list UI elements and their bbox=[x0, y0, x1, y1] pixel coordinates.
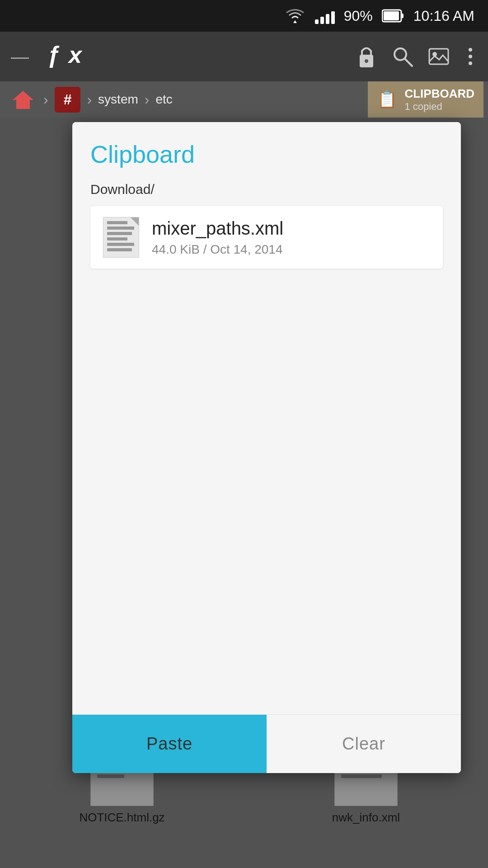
svg-point-12 bbox=[469, 55, 472, 58]
app-logo: ƒ x bbox=[42, 38, 97, 75]
back-arrow[interactable]: — bbox=[11, 47, 29, 67]
svg-rect-15 bbox=[16, 100, 30, 109]
file-icon bbox=[103, 217, 139, 258]
arrow-2: › bbox=[87, 91, 92, 108]
more-icon[interactable] bbox=[464, 45, 477, 68]
status-bar: 90% 10:16 AM bbox=[0, 0, 488, 32]
breadcrumb-home[interactable] bbox=[5, 89, 42, 110]
svg-point-6 bbox=[365, 59, 368, 63]
lock-icon[interactable] bbox=[355, 43, 378, 70]
breadcrumb: › # › system › etc 📋 CLIPBOARD 1 copied bbox=[0, 81, 488, 118]
clipboard-text: CLIPBOARD 1 copied bbox=[404, 87, 474, 113]
image-icon[interactable] bbox=[427, 45, 450, 68]
bar3 bbox=[326, 14, 329, 24]
arrow-3: › bbox=[145, 91, 150, 108]
bar2 bbox=[320, 17, 324, 24]
svg-rect-2 bbox=[384, 11, 399, 20]
svg-text:x: x bbox=[67, 42, 83, 68]
hash-badge: # bbox=[55, 87, 81, 113]
wifi-icon bbox=[284, 8, 306, 24]
paste-button[interactable]: Paste bbox=[72, 715, 267, 773]
breadcrumb-etc[interactable]: etc bbox=[151, 92, 177, 107]
clipboard-file-item[interactable]: mixer_paths.xml 44.0 KiB / Oct 14, 2014 bbox=[90, 206, 443, 269]
modal-path: Download/ bbox=[90, 182, 443, 197]
home-icon bbox=[12, 89, 34, 110]
svg-line-8 bbox=[405, 59, 412, 66]
clear-button[interactable]: Clear bbox=[267, 715, 461, 773]
breadcrumb-root[interactable]: # bbox=[50, 87, 85, 113]
file-name: mixer_paths.xml bbox=[152, 218, 283, 239]
bar4 bbox=[331, 11, 335, 24]
svg-rect-9 bbox=[429, 49, 448, 64]
search-icon[interactable] bbox=[391, 45, 414, 68]
svg-point-11 bbox=[469, 48, 472, 52]
breadcrumb-system[interactable]: system bbox=[94, 92, 143, 107]
clipboard-icon: 📋 bbox=[377, 90, 397, 109]
svg-point-13 bbox=[469, 61, 472, 65]
time-text: 10:16 AM bbox=[413, 8, 474, 24]
modal-footer: Paste Clear bbox=[72, 714, 461, 773]
file-meta: 44.0 KiB / Oct 14, 2014 bbox=[152, 242, 283, 257]
modal-body: Clipboard Download/ mixer_paths.xml 44.0… bbox=[72, 122, 461, 714]
toolbar: — ƒ x bbox=[0, 32, 488, 81]
clipboard-modal: Clipboard Download/ mixer_paths.xml 44.0… bbox=[72, 122, 461, 773]
bar1 bbox=[315, 19, 319, 24]
signal-bars bbox=[315, 8, 335, 24]
battery-icon bbox=[382, 8, 404, 24]
battery-text: 90% bbox=[344, 8, 373, 24]
modal-title: Clipboard bbox=[90, 140, 443, 168]
svg-text:ƒ: ƒ bbox=[47, 42, 60, 68]
arrow-1: › bbox=[43, 91, 48, 108]
file-info: mixer_paths.xml 44.0 KiB / Oct 14, 2014 bbox=[152, 218, 283, 257]
svg-rect-1 bbox=[401, 14, 404, 18]
clipboard-badge[interactable]: 📋 CLIPBOARD 1 copied bbox=[368, 81, 483, 118]
